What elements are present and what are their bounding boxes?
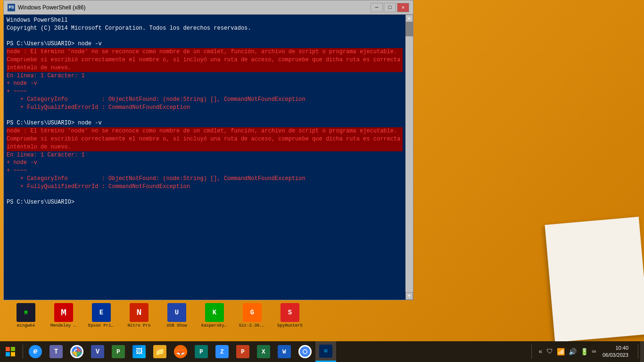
ps-prompt-1: PS C:\Users\USUARIO> node -v xyxy=(7,40,403,48)
scroll-down-arrow[interactable]: ▼ xyxy=(405,292,413,300)
taskbar-chrome[interactable] xyxy=(66,341,87,362)
taskbar-chrome2[interactable] xyxy=(295,341,315,362)
tray-expand-icon[interactable]: « xyxy=(537,347,543,356)
ps-error2-l2: Compruebe si escribió correctamente el n… xyxy=(7,135,403,143)
tray-signal-icon[interactable]: 📶 xyxy=(556,347,566,357)
titlebar-title: Windows PowerShell (x86) xyxy=(18,4,85,11)
taskbar-project[interactable]: P xyxy=(108,341,129,362)
scroll-thumb[interactable] xyxy=(405,22,413,36)
titlebar-buttons: ─ □ ✕ xyxy=(371,3,409,12)
taskbar-publisher[interactable]: P xyxy=(191,341,212,362)
ps-prompt-3: PS C:\Users\USUARIO> xyxy=(7,198,403,206)
ps-line-3 xyxy=(7,33,403,41)
taskbar: e T V P 🖼 � xyxy=(0,341,644,362)
desktop-app-row: M mingw64 M Mendeley Referen... E Epson … xyxy=(9,301,306,338)
taskbar-separator-2 xyxy=(531,345,532,359)
minimize-button[interactable]: ─ xyxy=(371,3,383,12)
desktop-app-mingw64[interactable]: M mingw64 xyxy=(9,301,42,338)
tray-shield-icon[interactable]: 🛡 xyxy=(545,347,554,356)
desktop-app-nitro[interactable]: N Nitro Pro xyxy=(123,301,156,338)
taskbar-excel[interactable]: X xyxy=(253,341,274,362)
taskbar-explorer[interactable]: 📁 xyxy=(149,341,170,362)
ps-error1-l5: + node -v xyxy=(7,80,403,88)
ps-error1-l4: En línea: 1 Carácter: 1 xyxy=(7,72,403,80)
taskbar-photos[interactable]: 🖼 xyxy=(129,341,149,362)
ps-error2-l3: inténtelo de nuevo. xyxy=(7,143,403,151)
ps-error2-l6: + ~~~~ xyxy=(7,167,403,175)
ps-error2-l1: node : El término 'node' no se reconoce … xyxy=(7,127,403,135)
ps-line-1: Windows PowerShell xyxy=(7,16,403,25)
taskbar-teams[interactable]: T xyxy=(46,341,66,362)
system-tray: « 🛡 📶 🔊 🔋 ⌨ 10:40 06/03/2023 xyxy=(534,341,636,362)
ps-blank-2 xyxy=(7,191,403,199)
desktop-app-kaspersky[interactable]: K Kaspersky Passw... xyxy=(198,301,231,338)
desktop-app-spyhunter[interactable]: S SpyHunter5 xyxy=(273,301,306,338)
ps-error2-l4: En línea: 1 Carácter: 1 xyxy=(7,151,403,159)
taskbar-word[interactable]: W xyxy=(274,341,295,362)
ps-error1-l6: + ~~~~ xyxy=(7,88,403,96)
taskbar-visio[interactable]: V xyxy=(87,341,108,362)
windows-logo-icon xyxy=(6,347,15,356)
ps-error1-l2: Compruebe si escribió correctamente el n… xyxy=(7,56,403,64)
paper-decoration xyxy=(545,217,644,342)
show-desktop-button[interactable] xyxy=(640,341,644,362)
taskbar-zoom[interactable]: Z xyxy=(212,341,232,362)
titlebar: PS Windows PowerShell (x86) ─ □ ✕ xyxy=(4,0,413,15)
powershell-window: PS Windows PowerShell (x86) ─ □ ✕ Window… xyxy=(3,0,413,300)
maximize-button[interactable]: □ xyxy=(384,3,396,12)
tray-keyboard-icon[interactable]: ⌨ xyxy=(591,347,597,357)
ps-error1-cat: + CategoryInfo : ObjectNotFound: (node:S… xyxy=(7,96,403,104)
powershell-body[interactable]: Windows PowerShell Copyright (C) 2014 Mi… xyxy=(4,15,413,300)
ps-prompt-2: PS C:\Users\USUARIO> node -v xyxy=(7,119,403,127)
taskbar-ie[interactable]: e xyxy=(25,341,46,362)
tray-sound-icon[interactable]: 🔊 xyxy=(568,347,578,357)
desktop: PS Windows PowerShell (x86) ─ □ ✕ Window… xyxy=(0,0,644,362)
console-content: Windows PowerShell Copyright (C) 2014 Mi… xyxy=(7,16,403,298)
ps-error2-l5: + node -v xyxy=(7,159,403,167)
taskbar-separator-3 xyxy=(638,345,638,359)
ps-error1-full: + FullyQualifiedErrorId : CommandNotFoun… xyxy=(7,104,403,112)
desktop-app-git[interactable]: G Git-2.39.1-32-bit xyxy=(236,301,269,338)
tray-time-display: 10:40 xyxy=(603,345,628,352)
scroll-up-arrow[interactable]: ▲ xyxy=(405,15,413,22)
svg-point-5 xyxy=(304,350,307,354)
taskbar-powershell[interactable]: ≡ xyxy=(315,341,336,362)
taskbar-separator-1 xyxy=(23,345,23,359)
desktop-app-mendeley[interactable]: M Mendeley Referen... xyxy=(47,301,80,338)
titlebar-left: PS Windows PowerShell (x86) xyxy=(8,4,85,11)
taskbar-firefox[interactable]: 🦊 xyxy=(170,341,191,362)
start-button[interactable] xyxy=(0,341,21,362)
tray-date-display: 06/03/2023 xyxy=(603,352,628,359)
titlebar-icon: PS xyxy=(8,4,15,11)
tray-clock[interactable]: 10:40 06/03/2023 xyxy=(599,345,632,359)
ps-error2-full: + FullyQualifiedErrorId : CommandNotFoun… xyxy=(7,183,403,191)
usbshow-label: USB Show xyxy=(166,323,187,328)
ps-blank-1 xyxy=(7,112,403,120)
ps-error1-l3: inténtelo de nuevo. xyxy=(7,64,403,72)
ps-error2-cat: + CategoryInfo : ObjectNotFound: (node:S… xyxy=(7,175,403,183)
desktop-app-epson[interactable]: E Epson Printer Connection... xyxy=(85,301,118,338)
ps-line-2: Copyright (C) 2014 Microsoft Corporation… xyxy=(7,25,403,33)
desktop-app-usbshow[interactable]: U USB Show xyxy=(160,301,193,338)
taskbar-powerpoint[interactable]: P xyxy=(232,341,253,362)
ps-error1-l1: node : El término 'node' no se reconoce … xyxy=(7,48,403,56)
close-button[interactable]: ✕ xyxy=(397,3,409,12)
tray-battery-icon[interactable]: 🔋 xyxy=(579,347,589,357)
scrollbar[interactable]: ▲ ▼ xyxy=(405,15,413,300)
